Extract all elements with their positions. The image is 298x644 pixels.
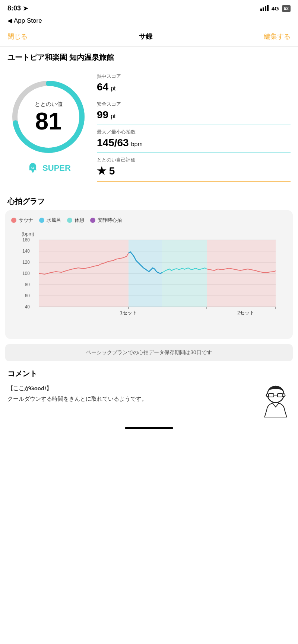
chart-card: サウナ 水風呂 休憩 安静時心拍 (bpm) 160 140 120 (5, 210, 293, 339)
svg-rect-27 (129, 240, 162, 307)
heart-rate-header: 心拍グラフ (0, 189, 298, 210)
legend-resting-hr: 安静時心拍 (90, 217, 122, 224)
svg-text:(bpm): (bpm) (22, 231, 34, 237)
svg-point-9 (31, 167, 32, 168)
svg-point-43 (283, 394, 285, 397)
stat-safety-label: 安全スコア (97, 101, 291, 108)
ring-inner: ととのい値 81 (7, 76, 89, 158)
chart-area: (bpm) 160 140 120 100 80 60 40 (11, 229, 287, 333)
svg-rect-3 (267, 5, 269, 11)
notice-box: ベーシックプランでの心拍データ保存期間は30日です (5, 344, 293, 361)
resting-hr-dot (90, 218, 95, 223)
score-section: ととのい値 81 SUPER 熱中スコア 64 (0, 65, 298, 189)
legend-sauna: サウナ (11, 217, 33, 224)
stat-heart-value: 145/63 bpm (97, 137, 291, 149)
ring-value: 81 (35, 109, 61, 133)
svg-text:160: 160 (22, 237, 30, 243)
stat-self-rating: ととのい自己評価 ★ 5 (97, 153, 291, 182)
svg-rect-0 (260, 9, 262, 11)
stat-rating-value: ★ 5 (97, 165, 291, 177)
comment-body-text: クールダウンする時間をきんとに取れているようです。 (7, 394, 256, 403)
rest-label: 休憩 (74, 217, 84, 224)
status-right: 4G 62 (260, 5, 291, 12)
stat-safety-value: 99 pt (97, 109, 291, 121)
legend-rest: 休憩 (67, 217, 84, 224)
stat-rating-label: ととのい自己評価 (97, 157, 291, 163)
super-label: SUPER (42, 163, 71, 173)
status-bar: 8:03 ➤ 4G 62 (0, 0, 298, 15)
svg-point-42 (266, 394, 269, 397)
stat-safety-score: 安全スコア 99 pt (97, 97, 291, 125)
svg-point-10 (33, 167, 34, 168)
svg-text:100: 100 (22, 271, 30, 276)
sauna-label: サウナ (19, 217, 33, 224)
toolbar: 閉じる サ録 編集する (0, 28, 298, 47)
home-bar (125, 427, 173, 429)
comment-section: コメント 【ここがGood!】 クールダウンする時間をきんとに取れているようです… (0, 361, 298, 421)
stat-heat-value: 64 pt (97, 81, 291, 93)
network-label: 4G (272, 5, 279, 12)
back-arrow: ◀ (7, 17, 12, 25)
stats-panel: 熱中スコア 64 pt 安全スコア 99 pt 最大／最小心拍数 145/63 … (97, 69, 291, 182)
svg-rect-26 (39, 240, 129, 307)
stat-heat-label: 熱中スコア (97, 73, 291, 80)
stat-heat-score: 熱中スコア 64 pt (97, 69, 291, 97)
home-indicator (0, 421, 298, 432)
stat-heart-label: 最大／最小心拍数 (97, 129, 291, 135)
edit-button[interactable]: 編集する (264, 32, 291, 41)
avatar (261, 384, 291, 417)
cold-label: 水風呂 (47, 217, 61, 224)
super-badge: SUPER (26, 161, 71, 175)
comment-header: コメント (7, 369, 291, 379)
chart-legend: サウナ 水風呂 休憩 安静時心拍 (11, 217, 287, 224)
notice-text: ベーシックプランでの心拍データ保存期間は30日です (86, 349, 212, 355)
cold-dot (39, 218, 44, 223)
svg-rect-29 (207, 240, 276, 307)
ring-label: ととのい値 (35, 101, 63, 108)
signal-bars (260, 5, 269, 12)
comment-text: 【ここがGood!】 クールダウンする時間をきんとに取れているようです。 (7, 384, 256, 403)
svg-point-8 (32, 170, 34, 172)
sauna-dot (11, 218, 16, 223)
back-link[interactable]: ◀ App Store (7, 17, 291, 25)
status-time: 8:03 ➤ (7, 4, 28, 12)
svg-text:1セット: 1セット (120, 310, 137, 315)
svg-text:40: 40 (25, 304, 30, 310)
svg-rect-2 (265, 6, 266, 11)
toolbar-title: サ録 (139, 32, 152, 41)
svg-text:120: 120 (22, 260, 30, 265)
location-icon: ➤ (23, 5, 28, 12)
stat-heart-rate: 最大／最小心拍数 145/63 bpm (97, 125, 291, 153)
legend-cold: 水風呂 (39, 217, 61, 224)
comment-tag: 【ここがGood!】 (7, 384, 256, 393)
svg-rect-1 (263, 7, 264, 11)
svg-text:2セット: 2セット (237, 310, 254, 315)
battery-badge: 62 (282, 5, 291, 12)
ring-chart: ととのい値 81 (7, 76, 89, 158)
back-label: App Store (14, 17, 42, 25)
back-nav: ◀ App Store (0, 15, 298, 28)
facility-name: ユートピア和楽園 知内温泉旅館 (0, 47, 298, 65)
resting-hr-label: 安静時心拍 (98, 217, 122, 224)
svg-rect-28 (162, 240, 207, 307)
svg-text:80: 80 (25, 282, 30, 287)
close-button[interactable]: 閉じる (7, 32, 28, 41)
bell-icon (26, 161, 39, 175)
svg-text:140: 140 (22, 249, 30, 254)
svg-text:60: 60 (25, 293, 30, 298)
rest-dot (67, 218, 72, 223)
comment-body: 【ここがGood!】 クールダウンする時間をきんとに取れているようです。 (7, 384, 291, 417)
